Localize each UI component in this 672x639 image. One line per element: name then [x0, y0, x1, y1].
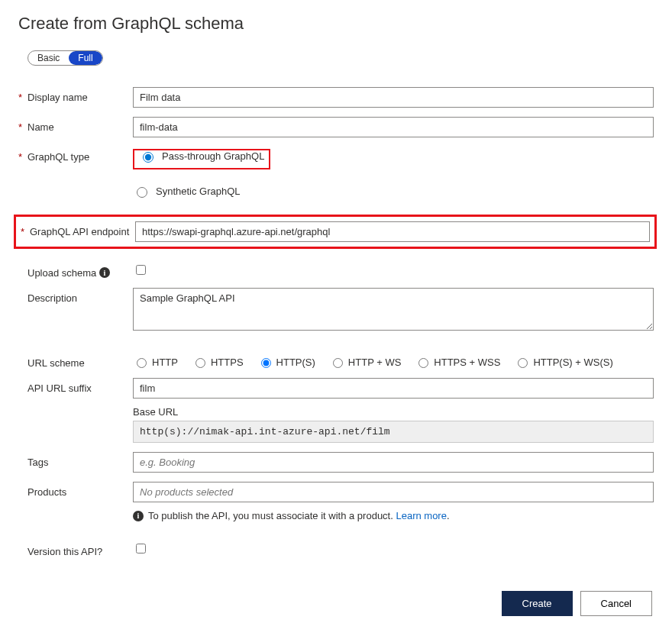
radio-http-s[interactable]: [261, 358, 271, 368]
required-marker: *: [18, 151, 27, 163]
description-textarea[interactable]: Sample GraphQL API: [133, 288, 654, 331]
label-description: Description: [27, 292, 77, 304]
upload-schema-checkbox[interactable]: [136, 265, 146, 275]
row-display-name: *Display name: [18, 84, 654, 111]
cancel-button[interactable]: Cancel: [580, 591, 652, 616]
radio-https[interactable]: [195, 358, 205, 368]
products-input[interactable]: [133, 482, 654, 502]
url-scheme-group: HTTP HTTPS HTTP(S) HTTP + WS HTTPS + WSS…: [133, 353, 654, 368]
row-products: Products i To publish the API, you must …: [18, 479, 654, 524]
radio-label-https-wss: HTTPS + WSS: [434, 357, 500, 368]
label-graphql-type: GraphQL type: [27, 151, 89, 163]
row-url-scheme: URL scheme HTTP HTTPS HTTP(S) HTTP + WS …: [18, 350, 654, 372]
label-products: Products: [27, 486, 66, 498]
label-version: Version this API?: [27, 546, 102, 557]
label-endpoint: GraphQL API endpoint: [30, 226, 129, 237]
radio-label-http-s-ws-s: HTTP(S) + WS(S): [533, 357, 612, 368]
version-checkbox[interactable]: [136, 544, 146, 553]
info-icon[interactable]: i: [99, 267, 110, 278]
api-url-suffix-input[interactable]: [133, 378, 654, 399]
required-marker: *: [18, 92, 27, 103]
page-title: Create from GraphQL schema: [18, 14, 654, 34]
display-name-input[interactable]: [133, 87, 654, 108]
endpoint-input[interactable]: [135, 221, 650, 242]
name-input[interactable]: [133, 117, 654, 137]
footer-buttons: Create Cancel: [18, 591, 654, 616]
radio-label-https: HTTPS: [211, 357, 244, 368]
radio-https-wss[interactable]: [418, 358, 428, 368]
publish-note: i To publish the API, you must associate…: [133, 510, 654, 521]
row-graphql-type: *GraphQL type Pass-through GraphQL Synth…: [18, 144, 654, 201]
radio-http[interactable]: [137, 358, 147, 368]
row-upload-schema: Upload schema i: [18, 260, 654, 282]
publish-note-text: To publish the API, you must associate i…: [148, 510, 396, 521]
toggle-full[interactable]: Full: [69, 51, 102, 65]
row-api-url-suffix: API URL suffix Base URL http(s)://nimak-…: [18, 375, 654, 446]
radio-label-http-ws: HTTP + WS: [348, 357, 401, 368]
row-description: Description Sample GraphQL API: [18, 285, 654, 336]
radio-synthetic[interactable]: [137, 187, 147, 198]
radio-http-ws[interactable]: [333, 358, 343, 368]
radio-pass-through[interactable]: [143, 152, 153, 163]
label-base-url: Base URL: [133, 406, 654, 418]
highlight-passthrough: Pass-through GraphQL: [133, 149, 270, 169]
row-tags: Tags: [18, 449, 654, 476]
required-marker: *: [18, 121, 27, 133]
label-api-url-suffix: API URL suffix: [27, 382, 92, 394]
tags-input[interactable]: [133, 452, 654, 473]
radio-label-synthetic: Synthetic GraphQL: [156, 186, 241, 197]
row-name: *Name: [18, 114, 654, 140]
create-button[interactable]: Create: [502, 591, 573, 616]
label-name: Name: [27, 121, 54, 133]
highlight-endpoint-row: *GraphQL API endpoint: [14, 215, 657, 249]
radio-label-pass-through: Pass-through GraphQL: [162, 150, 264, 162]
radio-http-s-ws-s[interactable]: [518, 358, 528, 368]
label-url-scheme: URL scheme: [27, 357, 85, 369]
label-display-name: Display name: [27, 92, 88, 103]
required-marker: *: [21, 226, 30, 237]
basic-full-toggle[interactable]: Basic Full: [27, 50, 103, 66]
base-url-display: http(s)://nimak-api.int-azure-api.net/fi…: [133, 421, 654, 443]
learn-more-link[interactable]: Learn more: [396, 510, 446, 521]
radio-label-http-s: HTTP(S): [276, 357, 315, 368]
row-version: Version this API?: [18, 538, 654, 560]
info-icon: i: [133, 511, 144, 521]
label-tags: Tags: [27, 457, 48, 468]
label-upload-schema: Upload schema: [27, 267, 96, 279]
toggle-basic[interactable]: Basic: [28, 51, 69, 65]
radio-label-http: HTTP: [152, 357, 178, 368]
